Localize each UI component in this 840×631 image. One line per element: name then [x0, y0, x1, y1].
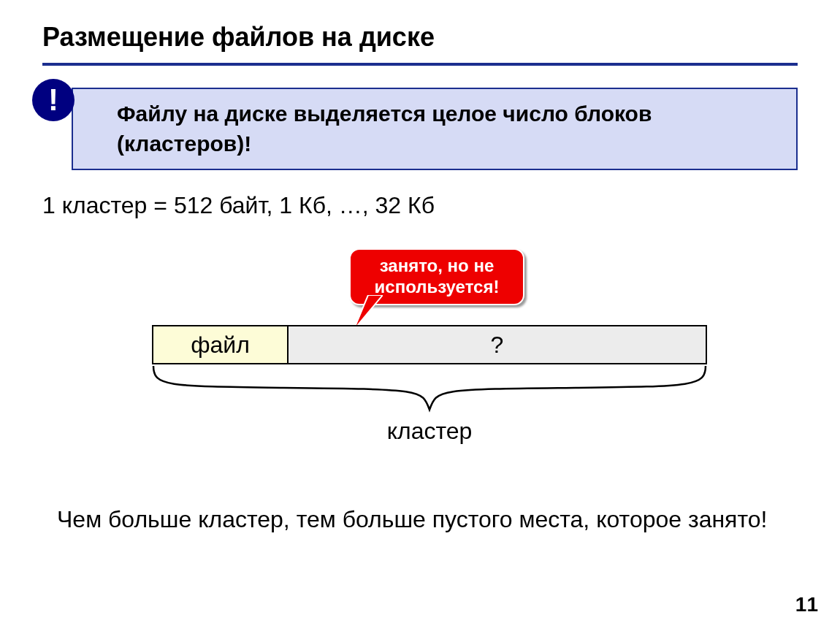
exclamation-icon: !: [32, 79, 75, 121]
brace-icon: [152, 364, 707, 416]
info-callout: ! Файлу на диске выделяется целое число …: [42, 88, 798, 170]
file-cell: файл: [152, 325, 287, 364]
page-number: 11: [795, 593, 818, 616]
cluster-diagram: занято, но не используется! файл ? класт…: [152, 248, 707, 467]
unused-cell: ?: [287, 325, 707, 364]
cluster-brace-label: кластер: [152, 418, 707, 445]
cluster-bar: файл ?: [152, 325, 707, 364]
callout-text: Файлу на диске выделяется целое число бл…: [72, 88, 798, 170]
cluster-sizes-text: 1 кластер = 512 байт, 1 Кб, …, 32 Кб: [42, 192, 798, 219]
slide-title: Размещение файлов на диске: [42, 22, 798, 66]
conclusion-text: Чем больше кластер, тем больше пустого м…: [42, 504, 798, 535]
bubble-line1: занято, но не: [359, 256, 514, 277]
